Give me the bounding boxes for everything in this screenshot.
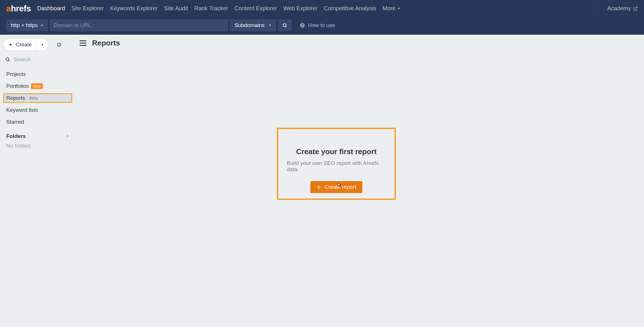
page-title: Reports xyxy=(92,39,120,47)
logo[interactable]: ahrefs xyxy=(6,4,31,13)
create-dropdown[interactable]: ▼ xyxy=(37,39,48,50)
nav-more[interactable]: More▼ xyxy=(383,5,400,12)
folders-label: Folders xyxy=(6,133,26,139)
divider xyxy=(599,5,599,13)
nav-web-explorer[interactable]: Web Explorer xyxy=(283,5,318,12)
svg-point-7 xyxy=(6,58,9,61)
url-input[interactable] xyxy=(50,19,228,31)
search-placeholder: Search xyxy=(14,56,31,63)
chevron-down-icon: ▼ xyxy=(41,43,44,46)
empty-title: Create your first report xyxy=(296,147,377,156)
chevron-down-icon: ▼ xyxy=(397,7,400,10)
search-toolbar: http + https▼ Subdomains▼ ? How to use xyxy=(0,17,644,35)
empty-state-card: Create your first report Build your own … xyxy=(277,128,396,200)
sidebar-item-starred[interactable]: Starred xyxy=(6,117,71,127)
external-link-icon xyxy=(633,6,638,11)
chevron-down-icon: ▼ xyxy=(269,24,272,27)
no-folders-text: No folders xyxy=(3,143,71,149)
empty-subtitle: Build your own SEO report with Ahrefs da… xyxy=(287,160,386,173)
sidebar-list: Projects PortfoliosNew ReportsBeta Keywo… xyxy=(3,69,71,127)
sidebar-search[interactable]: Search xyxy=(3,56,71,63)
nav-links: Dashboard Site Explorer Keywords Explore… xyxy=(37,5,591,12)
sidebar-item-projects[interactable]: Projects xyxy=(6,69,71,79)
svg-line-8 xyxy=(9,60,9,61)
sidebar-item-portfolios[interactable]: PortfoliosNew xyxy=(6,81,71,91)
chevron-down-icon: ▼ xyxy=(41,24,44,27)
create-button-group: Create ▼ xyxy=(3,39,48,51)
cursor-icon xyxy=(335,182,342,189)
svg-line-2 xyxy=(286,26,286,27)
sidebar-item-keyword-lists[interactable]: Keyword lists xyxy=(6,105,71,115)
svg-point-1 xyxy=(283,24,286,27)
create-button[interactable]: Create xyxy=(4,39,37,50)
search-button[interactable] xyxy=(278,19,292,31)
nav-site-audit[interactable]: Site Audit xyxy=(164,5,188,12)
sidebar-item-reports[interactable]: ReportsBeta xyxy=(3,93,72,103)
how-to-use[interactable]: ? How to use xyxy=(300,22,335,28)
svg-text:?: ? xyxy=(301,23,303,27)
search-icon xyxy=(282,23,287,28)
create-row: Create ▼ xyxy=(3,39,71,51)
nav-competitive-analysis[interactable]: Competitive Analysis xyxy=(324,5,377,12)
top-nav: ahrefs Dashboard Site Explorer Keywords … xyxy=(0,0,644,17)
nav-keywords-explorer[interactable]: Keywords Explorer xyxy=(110,5,158,12)
main: Create ▼ Search Projects PortfoliosNew R… xyxy=(0,35,644,327)
svg-line-0 xyxy=(635,7,637,9)
nav-academy[interactable]: Academy xyxy=(607,5,638,12)
content: Reports Create your first report Build y… xyxy=(74,35,644,327)
settings-button[interactable] xyxy=(56,42,62,48)
beta-badge: Beta xyxy=(28,95,40,101)
page-head: Reports xyxy=(80,39,638,47)
search-icon xyxy=(5,57,10,62)
plus-icon xyxy=(317,185,321,189)
new-badge: New xyxy=(31,83,43,89)
mode-dropdown[interactable]: Subdomains▼ xyxy=(230,19,276,31)
plus-icon xyxy=(8,42,13,47)
help-icon: ? xyxy=(300,22,305,28)
protocol-dropdown[interactable]: http + https▼ xyxy=(6,19,48,31)
add-folder-button[interactable]: + xyxy=(66,133,69,140)
menu-toggle[interactable] xyxy=(80,40,86,46)
nav-dashboard[interactable]: Dashboard xyxy=(37,5,65,12)
nav-rank-tracker[interactable]: Rank Tracker xyxy=(194,5,228,12)
nav-site-explorer[interactable]: Site Explorer xyxy=(71,5,104,12)
gear-icon xyxy=(56,42,62,48)
sidebar: Create ▼ Search Projects PortfoliosNew R… xyxy=(0,35,74,327)
nav-content-explorer[interactable]: Content Explorer xyxy=(234,5,277,12)
folders-heading: Folders + xyxy=(3,133,71,140)
